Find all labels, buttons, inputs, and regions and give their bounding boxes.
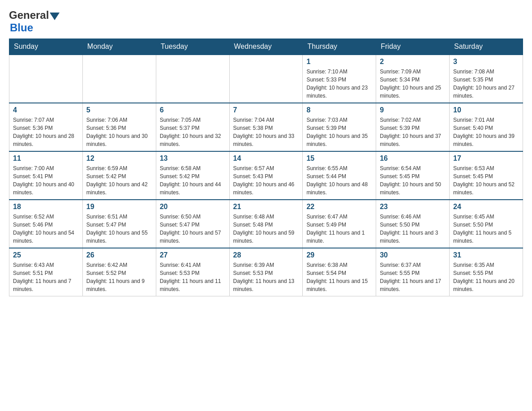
calendar-cell: 4Sunrise: 7:07 AM Sunset: 5:36 PM Daylig…	[9, 103, 83, 151]
day-info: Sunrise: 7:08 AM Sunset: 5:35 PM Dayligh…	[453, 68, 519, 100]
day-number: 26	[86, 251, 152, 259]
weekday-header-friday: Friday	[376, 39, 450, 55]
day-info: Sunrise: 6:52 AM Sunset: 5:46 PM Dayligh…	[13, 213, 79, 245]
day-number: 4	[13, 106, 79, 114]
day-number: 22	[306, 203, 372, 211]
day-number: 7	[233, 106, 299, 114]
day-info: Sunrise: 7:03 AM Sunset: 5:39 PM Dayligh…	[306, 116, 372, 148]
calendar-cell: 10Sunrise: 7:01 AM Sunset: 5:40 PM Dayli…	[450, 103, 523, 151]
calendar-cell: 15Sunrise: 6:55 AM Sunset: 5:44 PM Dayli…	[303, 151, 376, 200]
day-number: 29	[306, 251, 372, 259]
calendar-cell	[82, 55, 156, 103]
day-info: Sunrise: 6:54 AM Sunset: 5:45 PM Dayligh…	[380, 164, 446, 197]
logo-general-text: General	[9, 9, 49, 21]
day-info: Sunrise: 6:37 AM Sunset: 5:55 PM Dayligh…	[380, 261, 446, 293]
day-number: 31	[453, 251, 519, 259]
calendar-cell: 5Sunrise: 7:06 AM Sunset: 5:36 PM Daylig…	[82, 103, 156, 151]
day-info: Sunrise: 6:45 AM Sunset: 5:50 PM Dayligh…	[453, 213, 519, 245]
calendar-cell: 6Sunrise: 7:05 AM Sunset: 5:37 PM Daylig…	[156, 103, 229, 151]
calendar-cell: 8Sunrise: 7:03 AM Sunset: 5:39 PM Daylig…	[303, 103, 376, 151]
calendar-cell: 21Sunrise: 6:48 AM Sunset: 5:48 PM Dayli…	[229, 200, 303, 248]
day-number: 28	[233, 251, 299, 259]
day-info: Sunrise: 6:39 AM Sunset: 5:53 PM Dayligh…	[233, 261, 299, 293]
calendar-cell: 23Sunrise: 6:46 AM Sunset: 5:50 PM Dayli…	[376, 200, 450, 248]
day-number: 9	[380, 106, 446, 114]
weekday-header-monday: Monday	[82, 39, 156, 55]
calendar-cell: 11Sunrise: 7:00 AM Sunset: 5:41 PM Dayli…	[9, 151, 83, 200]
day-number: 17	[453, 154, 519, 163]
calendar-cell: 31Sunrise: 6:35 AM Sunset: 5:55 PM Dayli…	[450, 248, 523, 296]
day-number: 10	[453, 106, 519, 114]
day-info: Sunrise: 6:50 AM Sunset: 5:47 PM Dayligh…	[160, 213, 226, 245]
logo-blue-row: Blue	[9, 21, 33, 34]
calendar-cell: 2Sunrise: 7:09 AM Sunset: 5:34 PM Daylig…	[376, 55, 450, 103]
day-number: 21	[233, 203, 299, 211]
day-number: 16	[380, 154, 446, 163]
day-number: 1	[306, 58, 372, 66]
day-number: 14	[233, 154, 299, 163]
calendar-cell: 12Sunrise: 6:59 AM Sunset: 5:42 PM Dayli…	[82, 151, 156, 200]
calendar-cell: 25Sunrise: 6:43 AM Sunset: 5:51 PM Dayli…	[9, 248, 83, 296]
calendar-cell	[229, 55, 303, 103]
calendar-cell: 17Sunrise: 6:53 AM Sunset: 5:45 PM Dayli…	[450, 151, 523, 200]
calendar-cell: 30Sunrise: 6:37 AM Sunset: 5:55 PM Dayli…	[376, 248, 450, 296]
day-number: 15	[306, 154, 372, 163]
day-info: Sunrise: 6:53 AM Sunset: 5:45 PM Dayligh…	[453, 164, 519, 197]
day-info: Sunrise: 6:38 AM Sunset: 5:54 PM Dayligh…	[306, 261, 372, 293]
day-number: 27	[160, 251, 226, 259]
weekday-header-sunday: Sunday	[9, 39, 83, 55]
day-info: Sunrise: 6:59 AM Sunset: 5:42 PM Dayligh…	[86, 164, 152, 197]
day-number: 13	[160, 154, 226, 163]
weekday-header-tuesday: Tuesday	[156, 39, 229, 55]
weekday-header-thursday: Thursday	[303, 39, 376, 55]
day-info: Sunrise: 7:09 AM Sunset: 5:34 PM Dayligh…	[380, 68, 446, 100]
day-number: 23	[380, 203, 446, 211]
weekday-header-wednesday: Wednesday	[229, 39, 303, 55]
day-info: Sunrise: 6:42 AM Sunset: 5:52 PM Dayligh…	[86, 261, 152, 293]
day-info: Sunrise: 7:02 AM Sunset: 5:39 PM Dayligh…	[380, 116, 446, 148]
calendar-week-4: 18Sunrise: 6:52 AM Sunset: 5:46 PM Dayli…	[9, 200, 523, 248]
day-number: 12	[86, 154, 152, 163]
day-number: 18	[13, 203, 79, 211]
day-info: Sunrise: 6:57 AM Sunset: 5:43 PM Dayligh…	[233, 164, 299, 197]
day-number: 2	[380, 58, 446, 66]
calendar-cell	[9, 55, 83, 103]
day-number: 20	[160, 203, 226, 211]
calendar-cell: 16Sunrise: 6:54 AM Sunset: 5:45 PM Dayli…	[376, 151, 450, 200]
calendar-cell: 19Sunrise: 6:51 AM Sunset: 5:47 PM Dayli…	[82, 200, 156, 248]
day-info: Sunrise: 6:58 AM Sunset: 5:42 PM Dayligh…	[160, 164, 226, 197]
page-header: General Blue	[9, 9, 523, 34]
calendar-cell: 7Sunrise: 7:04 AM Sunset: 5:38 PM Daylig…	[229, 103, 303, 151]
logo-row: General	[9, 9, 60, 21]
calendar-cell: 26Sunrise: 6:42 AM Sunset: 5:52 PM Dayli…	[82, 248, 156, 296]
day-info: Sunrise: 7:05 AM Sunset: 5:37 PM Dayligh…	[160, 116, 226, 148]
day-info: Sunrise: 6:55 AM Sunset: 5:44 PM Dayligh…	[306, 164, 372, 197]
day-number: 5	[86, 106, 152, 114]
day-info: Sunrise: 7:01 AM Sunset: 5:40 PM Dayligh…	[453, 116, 519, 148]
calendar-cell	[156, 55, 229, 103]
logo-blue-text: Blue	[10, 21, 33, 34]
calendar-week-3: 11Sunrise: 7:00 AM Sunset: 5:41 PM Dayli…	[9, 151, 523, 200]
calendar-cell: 20Sunrise: 6:50 AM Sunset: 5:47 PM Dayli…	[156, 200, 229, 248]
day-info: Sunrise: 7:00 AM Sunset: 5:41 PM Dayligh…	[13, 164, 79, 197]
calendar-cell: 14Sunrise: 6:57 AM Sunset: 5:43 PM Dayli…	[229, 151, 303, 200]
day-info: Sunrise: 7:10 AM Sunset: 5:33 PM Dayligh…	[306, 68, 372, 100]
calendar-cell: 9Sunrise: 7:02 AM Sunset: 5:39 PM Daylig…	[376, 103, 450, 151]
day-number: 24	[453, 203, 519, 211]
day-info: Sunrise: 6:41 AM Sunset: 5:53 PM Dayligh…	[160, 261, 226, 293]
day-info: Sunrise: 7:07 AM Sunset: 5:36 PM Dayligh…	[13, 116, 79, 148]
logo: General Blue	[9, 9, 60, 34]
weekday-header-saturday: Saturday	[450, 39, 523, 55]
day-info: Sunrise: 6:46 AM Sunset: 5:50 PM Dayligh…	[380, 213, 446, 245]
calendar-week-2: 4Sunrise: 7:07 AM Sunset: 5:36 PM Daylig…	[9, 103, 523, 151]
day-info: Sunrise: 6:48 AM Sunset: 5:48 PM Dayligh…	[233, 213, 299, 245]
calendar-week-1: 1Sunrise: 7:10 AM Sunset: 5:33 PM Daylig…	[9, 55, 523, 103]
day-info: Sunrise: 6:35 AM Sunset: 5:55 PM Dayligh…	[453, 261, 519, 293]
logo-triangle-icon	[50, 13, 60, 20]
day-number: 25	[13, 251, 79, 259]
day-info: Sunrise: 6:51 AM Sunset: 5:47 PM Dayligh…	[86, 213, 152, 245]
calendar-cell: 27Sunrise: 6:41 AM Sunset: 5:53 PM Dayli…	[156, 248, 229, 296]
day-info: Sunrise: 6:47 AM Sunset: 5:49 PM Dayligh…	[306, 213, 372, 245]
day-number: 6	[160, 106, 226, 114]
calendar-cell: 3Sunrise: 7:08 AM Sunset: 5:35 PM Daylig…	[450, 55, 523, 103]
